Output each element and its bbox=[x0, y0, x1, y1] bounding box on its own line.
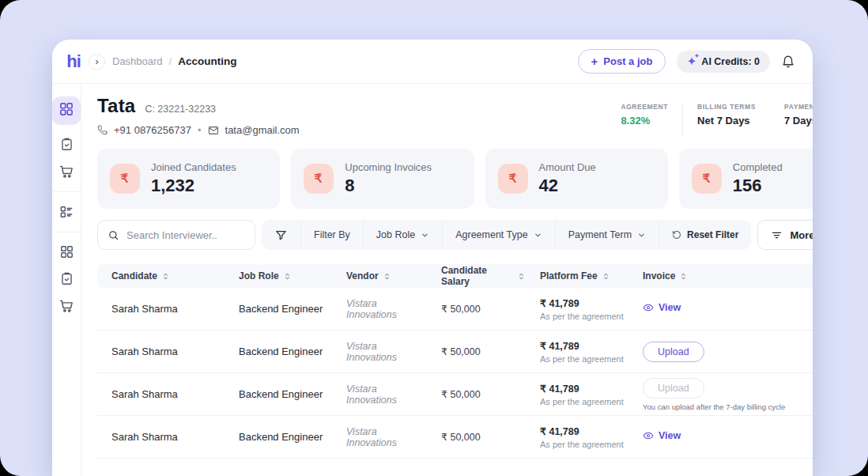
rupee-money-icon: ₹ bbox=[110, 164, 140, 194]
chevron-down-icon bbox=[637, 231, 646, 240]
stat-card-joined-candidates: ₹ Joined Candidates 1,232 bbox=[97, 149, 280, 209]
filter-by-label: Filter By bbox=[300, 220, 363, 250]
plus-icon: + bbox=[591, 55, 598, 67]
search-icon bbox=[108, 229, 119, 241]
table-row: Sarah Sharma Backend Engineer Vistara In… bbox=[97, 416, 813, 459]
search-input[interactable] bbox=[126, 229, 245, 241]
platform-fee: ₹ 41,789 As per the agreement bbox=[526, 425, 628, 449]
app-background: hi › Dashboard / Accounting + Post a job… bbox=[0, 0, 868, 476]
column-header-platform-fee[interactable]: Platform Fee bbox=[526, 270, 628, 281]
candidate-salary: ₹ 50,000 bbox=[427, 303, 526, 315]
rupee-money-icon: ₹ bbox=[304, 164, 334, 194]
stat-label: Upcoming Invoices bbox=[345, 161, 432, 173]
billing-terms-label: BILLING TERMS bbox=[697, 103, 756, 111]
stat-card-upcoming-invoices: ₹ Upcoming Invoices 8 bbox=[291, 149, 474, 209]
sort-icon bbox=[283, 272, 292, 281]
filter-lines-icon bbox=[771, 229, 783, 241]
candidate-salary: ₹ 50,000 bbox=[427, 388, 526, 400]
upload-invoice-button[interactable]: Upload bbox=[643, 342, 704, 362]
app-window: hi › Dashboard / Accounting + Post a job… bbox=[52, 40, 813, 476]
job-role: Backend Engineer bbox=[225, 303, 332, 315]
candidate-name: Sarah Sharma bbox=[97, 303, 225, 315]
funnel-filter-icon[interactable] bbox=[262, 220, 300, 250]
chevron-down-icon bbox=[421, 231, 429, 240]
platform-fee: ₹ 41,789 As per the agreement bbox=[526, 383, 628, 406]
sidebar-item-reports clipboard-icon[interactable] bbox=[59, 271, 74, 286]
stat-value: 156 bbox=[733, 176, 783, 196]
stat-cards: ₹ Joined Candidates 1,232 ₹ Upcoming Inv… bbox=[97, 149, 813, 209]
column-header-vendor[interactable]: Vendor bbox=[332, 270, 427, 281]
search-box[interactable] bbox=[97, 220, 255, 250]
agreement-term: AGREEMENT 8.32% bbox=[621, 103, 682, 136]
column-header-invoice[interactable]: Invoice bbox=[628, 270, 813, 281]
vendor-name: Vistara Innovations bbox=[332, 298, 427, 320]
sidebar-item-purchases cart-icon[interactable] bbox=[58, 298, 74, 314]
sidebar-collapse-button[interactable]: › bbox=[89, 54, 105, 70]
job-role: Backend Engineer bbox=[225, 388, 332, 400]
sidebar-item-checklist task-list-icon[interactable] bbox=[58, 204, 74, 220]
candidate-salary: ₹ 50,000 bbox=[427, 431, 526, 443]
column-header-job-role[interactable]: Job Role bbox=[225, 270, 332, 281]
candidate-name: Sarah Sharma bbox=[97, 346, 225, 357]
payment-term: PAYMENT TERMS 7 Days Fixed bbox=[770, 103, 813, 136]
sidebar-divider bbox=[52, 232, 81, 232]
stat-value: 1,232 bbox=[151, 176, 236, 196]
view-invoice-link[interactable]: View bbox=[643, 302, 681, 313]
company-name: Tata bbox=[97, 95, 135, 117]
breadcrumb-accounting: Accounting bbox=[178, 55, 236, 67]
sidebar bbox=[52, 84, 81, 476]
filter-group: Filter By Job Role Agreement Type bbox=[262, 220, 751, 250]
payment-terms-value: 7 Days Fixed bbox=[784, 115, 813, 127]
job-role: Backend Engineer bbox=[225, 431, 332, 443]
sort-icon bbox=[383, 272, 391, 281]
billing-terms-value: Net 7 Days bbox=[697, 115, 756, 127]
reset-icon bbox=[672, 230, 681, 240]
vendor-name: Vistara Innovations bbox=[332, 383, 427, 406]
stat-value: 8 bbox=[345, 176, 432, 196]
column-header-candidate-salary[interactable]: Candidate Salary bbox=[427, 265, 526, 287]
email-icon bbox=[208, 125, 219, 136]
sidebar-item-orders cart-icon[interactable] bbox=[58, 164, 74, 179]
company-header: Tata C: 23221-32233 +91 0876256737 • bbox=[97, 95, 813, 136]
dashboard-grid-icon bbox=[58, 101, 74, 120]
ai-credits-badge[interactable]: ✦✦ AI Credits: 0 bbox=[677, 51, 770, 73]
top-bar: hi › Dashboard / Accounting + Post a job… bbox=[52, 40, 813, 84]
payment-terms-label: PAYMENT TERMS bbox=[784, 103, 813, 111]
invoice-cell: View bbox=[628, 302, 813, 316]
stat-label: Joined Candidates bbox=[151, 161, 236, 173]
table-header-row: Candidate Job Role Vendor Candidate bbox=[97, 264, 813, 288]
more-filters-button[interactable]: More Filters bbox=[757, 220, 813, 250]
eye-icon bbox=[643, 430, 654, 441]
sidebar-item-apps grid-icon[interactable] bbox=[59, 244, 74, 259]
phone-icon bbox=[97, 125, 108, 135]
sidebar-divider bbox=[52, 191, 81, 192]
sort-icon bbox=[161, 272, 170, 281]
agreement-value: 8.32% bbox=[621, 115, 668, 127]
table-row: Sarah Sharma Backend Engineer Vistara In… bbox=[97, 288, 813, 331]
sidebar-item-tasks clipboard-check-icon[interactable] bbox=[59, 137, 74, 152]
company-phone: +91 0876256737 bbox=[114, 124, 191, 136]
payment-term-dropdown[interactable]: Payment Term bbox=[555, 220, 659, 250]
post-a-job-button[interactable]: + Post a job bbox=[578, 49, 666, 74]
chevron-down-icon bbox=[534, 231, 542, 240]
candidate-name: Sarah Sharma bbox=[97, 431, 225, 443]
platform-fee: ₹ 41,789 As per the agreement bbox=[526, 297, 628, 321]
agreement-type-dropdown[interactable]: Agreement Type bbox=[442, 220, 555, 250]
chevron-right-icon: › bbox=[96, 57, 99, 66]
sort-icon bbox=[602, 272, 610, 281]
column-header-candidate[interactable]: Candidate bbox=[97, 270, 225, 281]
job-role-dropdown[interactable]: Job Role bbox=[363, 220, 442, 250]
sidebar-item-dashboard[interactable] bbox=[52, 96, 81, 125]
view-invoice-link[interactable]: View bbox=[643, 430, 681, 441]
invoice-cell: View bbox=[628, 430, 813, 444]
notification-bell-icon[interactable] bbox=[781, 55, 795, 69]
terms-summary: AGREEMENT 8.32% BILLING TERMS Net 7 Days… bbox=[621, 103, 813, 136]
rupee-money-icon: ₹ bbox=[692, 164, 722, 194]
company-email: tata@gmail.com bbox=[225, 124, 300, 136]
invoice-cell: Upload bbox=[628, 342, 813, 362]
company-code: C: 23221-32233 bbox=[145, 104, 216, 115]
sort-icon bbox=[517, 272, 526, 281]
breadcrumb-dashboard[interactable]: Dashboard bbox=[112, 55, 163, 67]
invoices-table: Candidate Job Role Vendor Candidate bbox=[97, 264, 813, 459]
reset-filter-button[interactable]: Reset Filter bbox=[659, 220, 751, 250]
